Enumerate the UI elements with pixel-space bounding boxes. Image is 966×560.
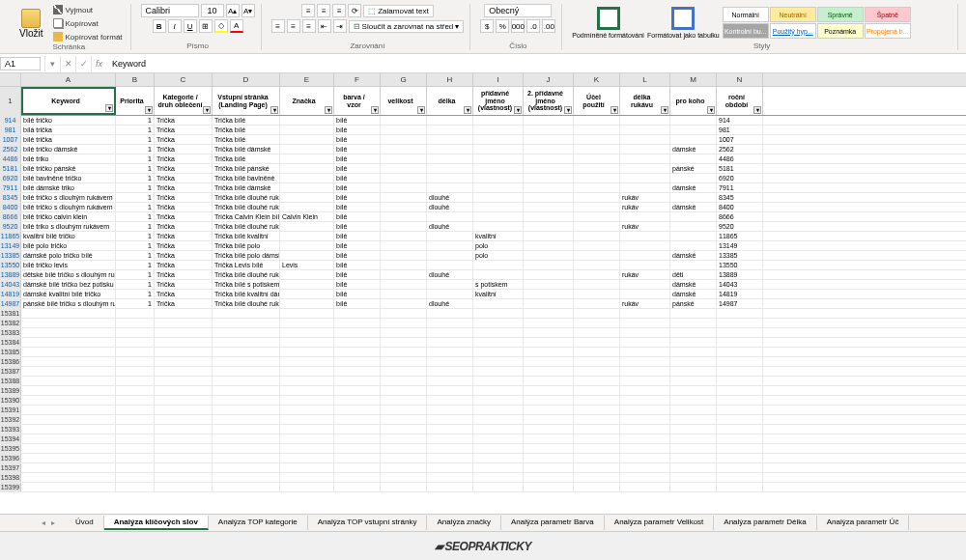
cell[interactable] [620,434,670,443]
cell[interactable]: Trička bílé kvalitní dámské [213,290,280,298]
cell[interactable] [670,425,717,434]
cell[interactable] [427,290,473,298]
cell[interactable] [524,251,574,260]
cell[interactable] [381,406,427,414]
cell[interactable] [381,174,427,182]
cell[interactable] [670,348,717,356]
cell[interactable]: 1 [116,270,155,279]
cell[interactable]: 1 [116,126,155,134]
row-header[interactable]: 8345 [0,193,21,202]
cell[interactable] [620,367,670,376]
cell[interactable] [381,212,427,221]
tab-nav-first[interactable]: ◂ [39,518,48,529]
cell[interactable] [280,473,334,482]
cell[interactable] [670,396,717,405]
cell[interactable] [670,473,717,482]
cell[interactable]: Trička bílé polo [213,241,280,250]
cell[interactable] [427,241,473,250]
cell[interactable] [280,444,334,453]
cell[interactable] [116,415,155,424]
cell[interactable] [21,463,116,472]
cell[interactable] [473,338,524,347]
cell[interactable]: 1 [116,154,155,163]
cell[interactable]: Trička bílé [213,116,280,125]
cell[interactable] [21,396,116,405]
cell[interactable] [280,328,334,337]
cell[interactable] [670,454,717,462]
cell[interactable]: Trička [155,145,213,154]
cell[interactable] [524,309,574,318]
cell[interactable]: 7911 [717,183,763,192]
filter-dropdown-icon[interactable]: ▾ [611,106,618,114]
cell[interactable] [670,463,717,472]
cell[interactable] [427,463,473,472]
cell[interactable] [574,222,620,231]
row-header[interactable]: 11865 [0,232,21,240]
col-header[interactable]: J [524,73,574,86]
cell[interactable] [213,377,280,385]
style-good[interactable]: Správně [817,7,864,22]
cell[interactable] [381,415,427,424]
cell[interactable] [574,203,620,211]
cell[interactable] [213,367,280,376]
cell[interactable] [670,434,717,443]
cell[interactable] [717,319,763,327]
cell[interactable]: 1 [116,116,155,125]
cell[interactable]: kvalitní [473,232,524,240]
cell[interactable] [427,280,473,289]
cell[interactable] [473,174,524,182]
cell[interactable] [280,463,334,472]
cell[interactable] [620,406,670,414]
filter-dropdown-icon[interactable]: ▾ [464,106,471,114]
cell[interactable] [473,261,524,269]
cell[interactable] [155,357,213,366]
cell[interactable]: Trička [155,174,213,182]
decrease-font-button[interactable]: A▾ [242,4,255,17]
cell[interactable] [473,444,524,453]
cell[interactable] [21,415,116,424]
cell[interactable] [334,406,381,414]
cell[interactable] [620,261,670,269]
cell[interactable] [717,357,763,366]
cell[interactable] [334,328,381,337]
cell[interactable]: bílé [334,154,381,163]
cell[interactable]: pánské bílé tričko s dlouhým rukáv [21,299,116,308]
cell[interactable] [524,406,574,414]
cell[interactable]: Trička bílé polo dámské [213,251,280,260]
cell[interactable]: Trička bílé bavlněné [213,174,280,182]
row-header[interactable]: 13385 [0,251,21,260]
cell[interactable] [574,357,620,366]
cell[interactable] [21,434,116,443]
cell[interactable] [574,386,620,395]
cell[interactable] [574,319,620,327]
cell[interactable] [280,319,334,327]
cell[interactable] [473,145,524,154]
cell[interactable] [381,357,427,366]
cell[interactable] [381,348,427,356]
cell[interactable] [155,319,213,327]
cell[interactable] [427,183,473,192]
percent-button[interactable]: % [496,19,509,33]
col-header[interactable]: N [717,73,763,86]
cell[interactable] [280,174,334,182]
cell[interactable] [620,396,670,405]
cell[interactable] [155,454,213,462]
row-header[interactable]: 15399 [0,483,21,491]
cell[interactable] [155,483,213,491]
cell[interactable]: Calvin Klein [280,212,334,221]
col-header[interactable]: I [473,73,524,86]
cell[interactable] [280,396,334,405]
format-painter-button[interactable]: Kopírovat formát [51,31,124,42]
cell[interactable] [524,183,574,192]
cell[interactable] [427,434,473,443]
cell[interactable] [473,212,524,221]
cell[interactable] [574,154,620,163]
cell[interactable] [155,434,213,443]
cell[interactable]: 1 [116,203,155,211]
filter-dropdown-icon[interactable]: ▾ [661,106,668,114]
cell[interactable]: Trička bílé [213,126,280,134]
cell[interactable] [21,338,116,347]
cell[interactable] [381,425,427,434]
cell[interactable]: Trička bílé [213,135,280,144]
cell[interactable] [116,367,155,376]
